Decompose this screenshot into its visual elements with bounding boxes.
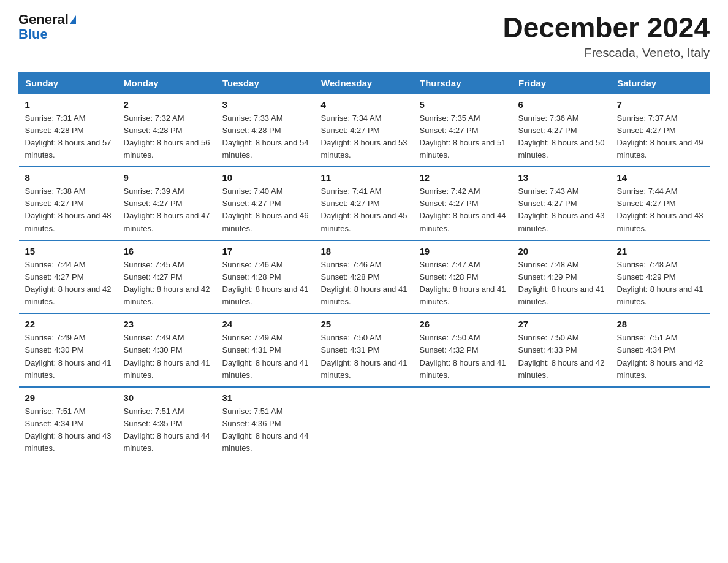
day-number: 16: [124, 246, 210, 256]
day-info: Sunrise: 7:39 AMSunset: 4:27 PMDaylight:…: [124, 185, 210, 235]
day-number: 4: [321, 99, 408, 110]
day-number: 23: [124, 319, 210, 329]
calendar-cell: 28Sunrise: 7:51 AMSunset: 4:34 PMDayligh…: [611, 313, 710, 387]
col-thursday: Thursday: [414, 72, 512, 94]
calendar-week-row: 15Sunrise: 7:44 AMSunset: 4:27 PMDayligh…: [19, 240, 710, 314]
day-info: Sunrise: 7:43 AMSunset: 4:27 PMDaylight:…: [518, 185, 605, 235]
calendar-cell: 21Sunrise: 7:48 AMSunset: 4:29 PMDayligh…: [611, 240, 710, 314]
calendar-cell: 20Sunrise: 7:48 AMSunset: 4:29 PMDayligh…: [512, 240, 611, 314]
day-info: Sunrise: 7:51 AMSunset: 4:34 PMDaylight:…: [617, 332, 703, 381]
logo: General Blue: [18, 12, 76, 42]
title-area: December 2024 Frescada, Veneto, Italy: [502, 12, 710, 60]
day-info: Sunrise: 7:46 AMSunset: 4:28 PMDaylight:…: [321, 259, 408, 308]
day-info: Sunrise: 7:37 AMSunset: 4:27 PMDaylight:…: [617, 112, 703, 162]
calendar-cell: 26Sunrise: 7:50 AMSunset: 4:32 PMDayligh…: [414, 313, 512, 387]
calendar-cell: 4Sunrise: 7:34 AMSunset: 4:27 PMDaylight…: [315, 94, 414, 167]
day-info: Sunrise: 7:46 AMSunset: 4:28 PMDaylight:…: [222, 259, 309, 308]
calendar-cell: 12Sunrise: 7:42 AMSunset: 4:27 PMDayligh…: [414, 167, 512, 240]
header-row: Sunday Monday Tuesday Wednesday Thursday…: [19, 72, 710, 94]
day-info: Sunrise: 7:51 AMSunset: 4:34 PMDaylight:…: [25, 405, 112, 455]
day-number: 31: [222, 393, 309, 403]
day-number: 26: [420, 319, 506, 329]
logo-general-text: General: [18, 12, 69, 27]
day-info: Sunrise: 7:50 AMSunset: 4:32 PMDaylight:…: [420, 332, 506, 381]
day-number: 28: [617, 319, 703, 329]
day-info: Sunrise: 7:44 AMSunset: 4:27 PMDaylight:…: [617, 185, 703, 235]
day-number: 18: [321, 246, 408, 256]
day-info: Sunrise: 7:47 AMSunset: 4:28 PMDaylight:…: [420, 259, 506, 308]
month-title: December 2024: [502, 12, 710, 44]
day-number: 21: [617, 246, 703, 256]
day-info: Sunrise: 7:34 AMSunset: 4:27 PMDaylight:…: [321, 112, 408, 162]
day-number: 8: [25, 172, 112, 183]
calendar-cell: 27Sunrise: 7:50 AMSunset: 4:33 PMDayligh…: [512, 313, 611, 387]
day-number: 14: [617, 172, 703, 183]
day-info: Sunrise: 7:48 AMSunset: 4:29 PMDaylight:…: [617, 259, 703, 308]
calendar-cell: [512, 387, 611, 460]
day-number: 15: [25, 246, 112, 256]
day-number: 11: [321, 172, 408, 183]
calendar-cell: 8Sunrise: 7:38 AMSunset: 4:27 PMDaylight…: [19, 167, 118, 240]
location-label: Frescada, Veneto, Italy: [502, 46, 710, 60]
calendar-week-row: 22Sunrise: 7:49 AMSunset: 4:30 PMDayligh…: [19, 313, 710, 387]
day-number: 20: [518, 246, 605, 256]
day-number: 7: [617, 99, 703, 110]
calendar-cell: 9Sunrise: 7:39 AMSunset: 4:27 PMDaylight…: [118, 167, 216, 240]
day-number: 30: [124, 393, 210, 403]
day-info: Sunrise: 7:40 AMSunset: 4:27 PMDaylight:…: [222, 185, 309, 235]
calendar-cell: 3Sunrise: 7:33 AMSunset: 4:28 PMDaylight…: [216, 94, 315, 167]
day-number: 1: [25, 99, 112, 110]
calendar-cell: [611, 387, 710, 460]
day-info: Sunrise: 7:36 AMSunset: 4:27 PMDaylight:…: [518, 112, 605, 162]
calendar-cell: 19Sunrise: 7:47 AMSunset: 4:28 PMDayligh…: [414, 240, 512, 314]
day-number: 13: [518, 172, 605, 183]
day-number: 19: [420, 246, 506, 256]
calendar-cell: 23Sunrise: 7:49 AMSunset: 4:30 PMDayligh…: [118, 313, 216, 387]
day-info: Sunrise: 7:33 AMSunset: 4:28 PMDaylight:…: [222, 112, 309, 162]
day-number: 17: [222, 246, 309, 256]
calendar-header: Sunday Monday Tuesday Wednesday Thursday…: [19, 72, 710, 94]
calendar-week-row: 29Sunrise: 7:51 AMSunset: 4:34 PMDayligh…: [19, 387, 710, 460]
calendar-cell: 31Sunrise: 7:51 AMSunset: 4:36 PMDayligh…: [216, 387, 315, 460]
calendar-week-row: 8Sunrise: 7:38 AMSunset: 4:27 PMDaylight…: [19, 167, 710, 240]
day-info: Sunrise: 7:32 AMSunset: 4:28 PMDaylight:…: [124, 112, 210, 162]
day-info: Sunrise: 7:50 AMSunset: 4:33 PMDaylight:…: [518, 332, 605, 381]
day-number: 24: [222, 319, 309, 329]
day-info: Sunrise: 7:51 AMSunset: 4:35 PMDaylight:…: [124, 405, 210, 455]
calendar-cell: 30Sunrise: 7:51 AMSunset: 4:35 PMDayligh…: [118, 387, 216, 460]
day-info: Sunrise: 7:38 AMSunset: 4:27 PMDaylight:…: [25, 185, 112, 235]
calendar-cell: 2Sunrise: 7:32 AMSunset: 4:28 PMDaylight…: [118, 94, 216, 167]
day-number: 6: [518, 99, 605, 110]
day-info: Sunrise: 7:35 AMSunset: 4:27 PMDaylight:…: [420, 112, 506, 162]
day-number: 9: [124, 172, 210, 183]
logo-blue-text: Blue: [18, 26, 48, 42]
day-number: 29: [25, 393, 112, 403]
day-info: Sunrise: 7:31 AMSunset: 4:28 PMDaylight:…: [25, 112, 112, 162]
day-info: Sunrise: 7:48 AMSunset: 4:29 PMDaylight:…: [518, 259, 605, 308]
day-number: 25: [321, 319, 408, 329]
day-info: Sunrise: 7:44 AMSunset: 4:27 PMDaylight:…: [25, 259, 112, 308]
calendar-week-row: 1Sunrise: 7:31 AMSunset: 4:28 PMDaylight…: [19, 94, 710, 167]
day-number: 3: [222, 99, 309, 110]
logo-triangle-icon: [70, 15, 76, 24]
page-header: General Blue December 2024 Frescada, Ven…: [18, 12, 710, 60]
col-monday: Monday: [118, 72, 216, 94]
day-info: Sunrise: 7:45 AMSunset: 4:27 PMDaylight:…: [124, 259, 210, 308]
day-number: 27: [518, 319, 605, 329]
calendar-table: Sunday Monday Tuesday Wednesday Thursday…: [18, 72, 710, 460]
calendar-cell: 18Sunrise: 7:46 AMSunset: 4:28 PMDayligh…: [315, 240, 414, 314]
calendar-cell: [315, 387, 414, 460]
calendar-cell: 22Sunrise: 7:49 AMSunset: 4:30 PMDayligh…: [19, 313, 118, 387]
calendar-cell: 14Sunrise: 7:44 AMSunset: 4:27 PMDayligh…: [611, 167, 710, 240]
day-info: Sunrise: 7:41 AMSunset: 4:27 PMDaylight:…: [321, 185, 408, 235]
calendar-cell: 16Sunrise: 7:45 AMSunset: 4:27 PMDayligh…: [118, 240, 216, 314]
col-friday: Friday: [512, 72, 611, 94]
calendar-cell: [414, 387, 512, 460]
calendar-body: 1Sunrise: 7:31 AMSunset: 4:28 PMDaylight…: [19, 94, 710, 460]
calendar-cell: 29Sunrise: 7:51 AMSunset: 4:34 PMDayligh…: [19, 387, 118, 460]
col-sunday: Sunday: [19, 72, 118, 94]
day-info: Sunrise: 7:49 AMSunset: 4:30 PMDaylight:…: [124, 332, 210, 381]
col-wednesday: Wednesday: [315, 72, 414, 94]
calendar-cell: 24Sunrise: 7:49 AMSunset: 4:31 PMDayligh…: [216, 313, 315, 387]
col-tuesday: Tuesday: [216, 72, 315, 94]
